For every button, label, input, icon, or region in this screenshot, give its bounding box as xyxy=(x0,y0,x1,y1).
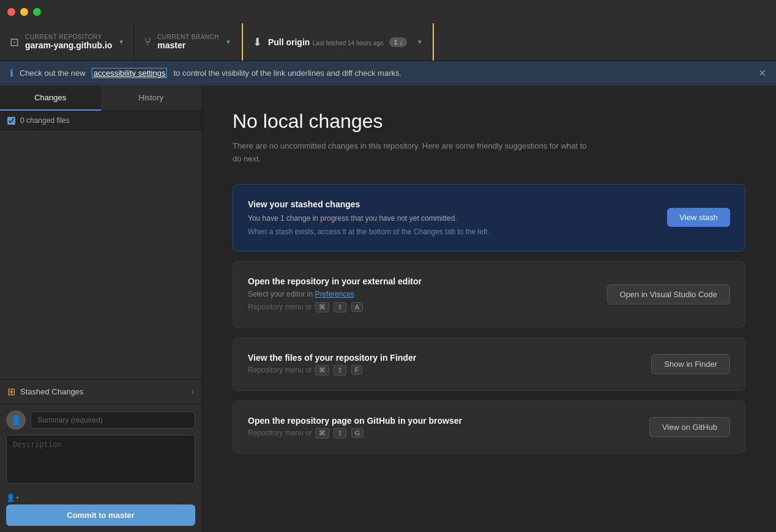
preferences-link[interactable]: Preferences xyxy=(315,290,354,298)
branch-label: Current Branch xyxy=(157,34,219,40)
commit-button[interactable]: Commit to master xyxy=(6,504,195,526)
toolbar: ⊡ Current Repository garam-yang.github.i… xyxy=(0,23,776,61)
info-banner: ℹ Check out the new accessibility settin… xyxy=(0,61,776,86)
branch-icon: ⑂ xyxy=(144,35,151,48)
description-input[interactable] xyxy=(6,435,195,484)
changed-files-bar: 0 changed files xyxy=(0,111,201,130)
editor-hint-text: Repository menu or xyxy=(248,303,312,311)
stashed-header[interactable]: ⊞ Stashed Changes › xyxy=(0,380,201,404)
avatar-icon: 👤 xyxy=(11,415,21,425)
repo-label: Current Repository xyxy=(25,34,112,40)
editor-card: Open the repository in your external edi… xyxy=(233,261,745,328)
pull-down-icon: ↓ xyxy=(400,39,403,46)
pull-count: 1 xyxy=(394,39,397,46)
github-hint-text: Repository menu or xyxy=(248,429,312,437)
pull-sublabel: Last fetched 14 hours ago xyxy=(313,40,384,46)
pull-dropdown-icon: ▼ xyxy=(417,39,423,45)
github-card-hint: Repository menu or ⌘ ⇧ G xyxy=(248,428,637,438)
pull-origin-wrapper: ⬇ Pull origin Last fetched 14 hours ago … xyxy=(242,23,434,61)
add-person-icon: 👤+ xyxy=(6,493,20,502)
finder-cmd-kbd: ⌘ xyxy=(315,365,329,375)
minimize-button[interactable] xyxy=(20,8,28,16)
current-branch-section[interactable]: ⑂ Current Branch master ▼ xyxy=(135,23,242,61)
finder-hint-text: Repository menu or xyxy=(248,366,312,374)
finder-card: View the files of your repository in Fin… xyxy=(233,338,745,391)
stash-card: View your stashed changes You have 1 cha… xyxy=(233,184,745,251)
cmd-kbd: ⌘ xyxy=(315,302,329,312)
open-in-vscode-button[interactable]: Open in Visual Studio Code xyxy=(607,284,730,305)
repo-dropdown-icon: ▼ xyxy=(118,39,124,45)
stash-card-hint: When a stash exists, access it at the bo… xyxy=(248,227,655,236)
commit-section: 👤 👤+ Commit to master xyxy=(0,404,201,532)
close-button[interactable] xyxy=(7,8,15,16)
commit-row: 👤 xyxy=(6,410,195,430)
select-all-checkbox[interactable] xyxy=(7,117,15,125)
sidebar-tabs: Changes History xyxy=(0,86,201,111)
sidebar: Changes History 0 changed files ⊞ Stashe… xyxy=(0,86,202,532)
summary-input[interactable] xyxy=(31,412,195,429)
avatar: 👤 xyxy=(6,410,26,430)
pull-label: Pull origin xyxy=(268,37,310,47)
traffic-lights xyxy=(7,8,41,16)
editor-desc-before: Select your editor in xyxy=(248,290,315,298)
pull-count-badge: 1 ↓ xyxy=(389,37,407,47)
tab-changes[interactable]: Changes xyxy=(0,86,101,111)
stashed-chevron-icon: › xyxy=(192,388,194,396)
stashed-section: ⊞ Stashed Changes › xyxy=(0,379,201,404)
github-cmd-kbd: ⌘ xyxy=(315,428,329,438)
co-authors-button[interactable]: 👤+ xyxy=(6,491,20,504)
no-changes-desc: There are no uncommitted changes in this… xyxy=(233,140,588,166)
branch-name: master xyxy=(157,40,219,50)
github-card: Open the repository page on GitHub in yo… xyxy=(233,401,745,454)
branch-dropdown-icon: ▼ xyxy=(225,39,231,45)
finder-card-body: View the files of your repository in Fin… xyxy=(248,353,639,375)
header-area: No local changes There are no uncommitte… xyxy=(233,110,745,166)
editor-card-title: Open the repository in your external edi… xyxy=(248,276,595,286)
finder-f-kbd: F xyxy=(351,365,363,375)
editor-card-desc: Select your editor in Preferences xyxy=(248,289,595,300)
pull-origin-button[interactable]: ⬇ Pull origin Last fetched 14 hours ago … xyxy=(253,35,423,49)
branch-label-group: Current Branch master xyxy=(157,34,219,50)
accessibility-settings-link[interactable]: accessibility settings xyxy=(92,68,168,78)
current-repo-section[interactable]: ⊡ Current Repository garam-yang.github.i… xyxy=(0,23,135,61)
editor-card-hint: Repository menu or ⌘ ⇧ A xyxy=(248,302,595,312)
changed-files-count: 0 changed files xyxy=(20,116,70,125)
no-changes-title: No local changes xyxy=(233,110,745,133)
editor-card-body: Open the repository in your external edi… xyxy=(248,276,595,312)
stash-card-body: View your stashed changes You have 1 cha… xyxy=(248,199,655,236)
view-on-github-button[interactable]: View on GitHub xyxy=(649,417,730,437)
info-text-after: to control the visibility of the link un… xyxy=(173,68,401,78)
github-g-kbd: G xyxy=(351,428,364,438)
shift-kbd: ⇧ xyxy=(334,302,346,312)
info-icon: ℹ xyxy=(10,67,13,79)
stash-card-desc: You have 1 change in progress that you h… xyxy=(248,213,655,224)
repo-name: garam-yang.github.io xyxy=(25,40,112,50)
finder-shift-kbd: ⇧ xyxy=(334,365,346,375)
finder-card-title: View the files of your repository in Fin… xyxy=(248,353,639,363)
tab-history[interactable]: History xyxy=(101,86,202,111)
github-card-title: Open the repository page on GitHub in yo… xyxy=(248,416,637,426)
content-area: No local changes There are no uncommitte… xyxy=(202,86,776,532)
repo-label-group: Current Repository garam-yang.github.io xyxy=(25,34,112,50)
stash-card-title: View your stashed changes xyxy=(248,199,655,209)
maximize-button[interactable] xyxy=(33,8,41,16)
titlebar xyxy=(0,0,776,23)
sidebar-empty-area xyxy=(0,130,201,379)
info-text-before: Check out the new xyxy=(20,68,86,78)
main-layout: Changes History 0 changed files ⊞ Stashe… xyxy=(0,86,776,532)
pull-icon: ⬇ xyxy=(253,35,262,49)
github-card-body: Open the repository page on GitHub in yo… xyxy=(248,416,637,438)
a-kbd: A xyxy=(351,302,363,312)
view-stash-button[interactable]: View stash xyxy=(667,208,730,227)
pull-label-group: Pull origin Last fetched 14 hours ago xyxy=(268,37,384,48)
info-close-button[interactable]: ✕ xyxy=(758,67,766,79)
repo-icon: ⊡ xyxy=(10,35,19,49)
show-in-finder-button[interactable]: Show in Finder xyxy=(651,354,730,374)
stashed-title: Stashed Changes xyxy=(20,387,192,396)
github-shift-kbd: ⇧ xyxy=(334,428,346,438)
finder-card-hint: Repository menu or ⌘ ⇧ F xyxy=(248,365,639,375)
stash-icon: ⊞ xyxy=(7,386,15,397)
